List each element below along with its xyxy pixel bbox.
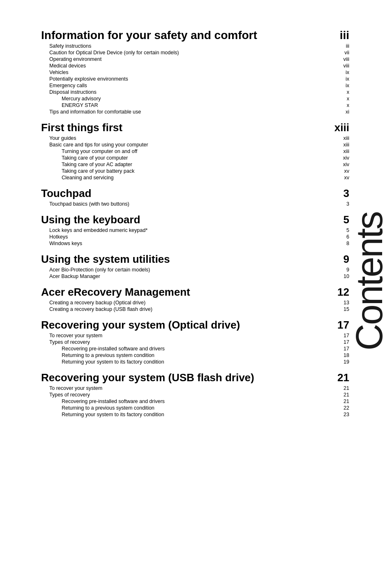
section-title-2: Touchpad3	[41, 187, 349, 200]
toc-page-0-7: x	[329, 89, 349, 95]
section-title-6: Recovering your system (Optical drive)17	[41, 319, 349, 331]
toc-row-7-3: Returning to a previous system condition…	[41, 405, 349, 411]
toc-text-0-5: Potentially explosive environments	[49, 76, 329, 82]
toc-page-4-1: 10	[329, 273, 349, 279]
toc-page-7-3: 22	[329, 405, 349, 411]
toc-row-6-0: To recover your system17	[41, 333, 349, 338]
toc-page-3-2: 8	[329, 241, 349, 246]
toc-text-1-4: Taking care of your AC adapter	[62, 162, 329, 167]
toc-text-7-0: To recover your system	[49, 385, 329, 391]
toc-page-1-2: xiii	[329, 148, 349, 154]
toc-row-0-8: Mercury advisoryx	[41, 96, 349, 102]
toc-text-7-4: Returning your system to its factory con…	[62, 412, 329, 417]
toc-text-2-0: Touchpad basics (with two buttons)	[49, 201, 329, 207]
toc-page-3-1: 6	[329, 234, 349, 240]
toc-page-2-0: 3	[329, 201, 349, 207]
toc-text-1-6: Cleaning and servicing	[62, 175, 329, 181]
toc-row-3-2: Windows keys8	[41, 241, 349, 246]
toc-page-4-0: 9	[329, 267, 349, 273]
toc-text-0-3: Medical devices	[49, 63, 329, 69]
toc-text-1-2: Turning your computer on and off	[62, 148, 329, 154]
toc-row-7-1: Types of recovery21	[41, 392, 349, 398]
toc-page-0-10: xi	[329, 109, 349, 115]
toc-row-6-2: Recovering pre-installed software and dr…	[41, 346, 349, 352]
toc-page-5-1: 15	[329, 306, 349, 312]
toc-row-2-0: Touchpad basics (with two buttons)3	[41, 201, 349, 207]
toc-row-1-1: Basic care and tips for using your compu…	[41, 142, 349, 148]
toc-page-0-6: ix	[329, 83, 349, 88]
toc-row-7-0: To recover your system21	[41, 385, 349, 391]
toc-text-6-4: Returning your system to its factory con…	[62, 359, 329, 365]
toc-row-7-2: Recovering pre-installed software and dr…	[41, 399, 349, 404]
toc-text-0-0: Safety instructions	[49, 43, 329, 49]
toc-page-0-1: vii	[329, 50, 349, 56]
section-title-text-7: Recovering your system (USB flash drive)	[41, 371, 325, 384]
toc-text-0-8: Mercury advisory	[62, 96, 329, 102]
toc-text-6-2: Recovering pre-installed software and dr…	[62, 346, 329, 352]
toc-page-0-0: iii	[329, 43, 349, 49]
toc-row-6-3: Returning to a previous system condition…	[41, 352, 349, 358]
section-page-3: 5	[325, 213, 349, 226]
toc-page-3-0: 5	[329, 227, 349, 233]
toc-page-1-0: xiii	[329, 135, 349, 141]
toc-text-6-3: Returning to a previous system condition	[62, 352, 329, 358]
toc-text-0-6: Emergency calls	[49, 83, 329, 88]
toc-row-1-4: Taking care of your AC adapterxiv	[41, 162, 349, 167]
toc-row-7-4: Returning your system to its factory con…	[41, 412, 349, 417]
toc-row-0-7: Disposal instructionsx	[41, 89, 349, 95]
section-title-text-2: Touchpad	[41, 187, 325, 200]
toc-page-7-2: 21	[329, 399, 349, 404]
toc-text-1-1: Basic care and tips for using your compu…	[49, 142, 329, 148]
table-of-contents: Information for your safety and comforti…	[41, 29, 349, 417]
toc-page-7-1: 21	[329, 392, 349, 398]
toc-text-3-2: Windows keys	[49, 241, 329, 246]
toc-page-7-4: 23	[329, 412, 349, 417]
toc-page-0-3: viii	[329, 63, 349, 69]
section-title-5: Acer eRecovery Management12	[41, 286, 349, 299]
section-title-text-5: Acer eRecovery Management	[41, 286, 325, 299]
toc-text-1-3: Taking care of your computer	[62, 155, 329, 161]
toc-page-0-2: viii	[329, 56, 349, 62]
toc-text-0-1: Caution for Optical Drive Device (only f…	[49, 50, 329, 56]
toc-text-0-9: ENERGY STAR	[62, 102, 329, 108]
toc-row-0-2: Operating environmentviii	[41, 56, 349, 62]
toc-page-0-5: ix	[329, 76, 349, 82]
toc-text-7-3: Returning to a previous system condition	[62, 405, 329, 411]
toc-text-0-2: Operating environment	[49, 56, 329, 62]
toc-page-6-4: 19	[329, 359, 349, 365]
toc-row-0-3: Medical devicesviii	[41, 63, 349, 69]
toc-row-1-5: Taking care of your battery packxv	[41, 168, 349, 174]
section-page-6: 17	[325, 319, 349, 331]
toc-page-7-0: 21	[329, 385, 349, 391]
toc-page-0-8: x	[329, 96, 349, 102]
toc-row-0-1: Caution for Optical Drive Device (only f…	[41, 50, 349, 56]
toc-row-3-0: Lock keys and embedded numeric keypad*5	[41, 227, 349, 233]
toc-row-4-1: Acer Backup Manager10	[41, 273, 349, 279]
toc-text-0-4: Vehicles	[49, 70, 329, 75]
toc-row-4-0: Acer Bio-Protection (only for certain mo…	[41, 267, 349, 273]
toc-text-7-1: Types of recovery	[49, 392, 329, 398]
toc-page-6-0: 17	[329, 333, 349, 338]
contents-sidebar: Contents	[347, 0, 392, 563]
toc-row-3-1: Hotkeys6	[41, 234, 349, 240]
section-title-0: Information for your safety and comforti…	[41, 29, 349, 42]
toc-text-0-10: Tips and information for comfortable use	[49, 109, 329, 115]
toc-page-5-0: 13	[329, 300, 349, 306]
section-page-0: iii	[325, 29, 349, 42]
toc-text-0-7: Disposal instructions	[49, 89, 329, 95]
toc-page-1-4: xiv	[329, 162, 349, 167]
section-page-7: 21	[325, 371, 349, 384]
toc-row-0-0: Safety instructionsiii	[41, 43, 349, 49]
toc-row-5-0: Creating a recovery backup (Optical driv…	[41, 300, 349, 306]
toc-page-0-9: x	[329, 102, 349, 108]
toc-text-1-0: Your guides	[49, 135, 329, 141]
toc-row-1-2: Turning your computer on and offxiii	[41, 148, 349, 154]
section-page-2: 3	[325, 187, 349, 200]
section-title-1: First things firstxiii	[41, 121, 349, 134]
section-title-text-4: Using the system utilities	[41, 253, 325, 266]
section-page-4: 9	[325, 253, 349, 266]
toc-row-0-9: ENERGY STARx	[41, 102, 349, 108]
toc-page-0-4: ix	[329, 70, 349, 75]
page-container: Contents Information for your safety and…	[0, 0, 392, 563]
toc-text-3-0: Lock keys and embedded numeric keypad*	[49, 227, 329, 233]
